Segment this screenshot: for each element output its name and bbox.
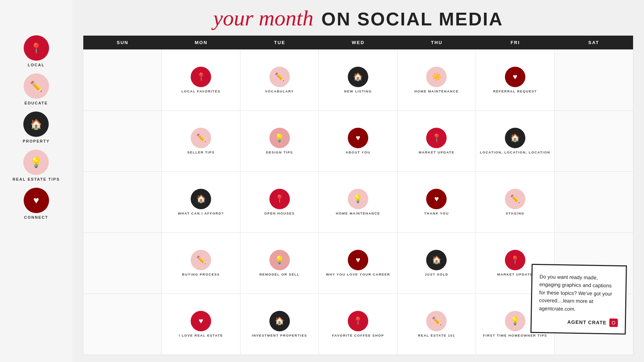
label-love-real-estate: I LOVE REAL ESTATE — [179, 333, 223, 338]
label-seller-tips: SELLER TIPS — [187, 150, 215, 155]
icon-first-time: 💡 — [505, 311, 525, 331]
cell-r1-thu: ☀️ HOME MAINTENANCE — [398, 50, 476, 110]
icon-just-sold: 🏠 — [426, 250, 447, 270]
icon-open-houses: 📍 — [269, 189, 290, 209]
label-just-sold: JUST SOLD — [425, 272, 448, 277]
sidebar-label-educate: EDUCATE — [24, 101, 48, 105]
main-content: your month ON SOCIAL MEDIA SUN MON TUE W… — [72, 0, 644, 362]
cell-r3-thu: ♥ THANK YOU — [398, 172, 476, 233]
educate-icon: ✏️ — [24, 73, 49, 99]
cell-r3-sat — [555, 172, 633, 233]
local-icon: 📍 — [24, 35, 49, 61]
icon-seller-tips: ✏️ — [191, 128, 211, 148]
icon-afford: 🏠 — [191, 189, 211, 209]
label-home-maintenance-2: HOME MAINTENANCE — [336, 211, 380, 216]
label-love-career: WHY YOU LOVE YOUR CAREER — [326, 272, 390, 277]
icon-design-tips: 💡 — [269, 128, 290, 148]
icon-home-maintenance-2: 💡 — [348, 189, 368, 209]
cell-r2-tue: 💡 DESIGN TIPS — [240, 111, 319, 171]
info-card: Do you want ready made, engaging graphic… — [530, 264, 627, 334]
header-straight: ON SOCIAL MEDIA — [321, 9, 503, 29]
icon-new-listing: 🏠 — [348, 67, 368, 87]
icon-vocabulary: ✏️ — [269, 67, 290, 87]
icon-about-you: ♥ — [348, 128, 368, 148]
label-home-maintenance-1: HOME MAINTENANCE — [415, 89, 459, 93]
label-investment: INVESTMENT PROPERTIES — [252, 333, 307, 338]
sidebar-item-local[interactable]: 📍 LOCAL — [24, 35, 49, 67]
icon-market-update-1: 📍 — [426, 128, 447, 148]
sidebar-item-connect[interactable]: ♥ CONNECT — [24, 188, 49, 219]
label-afford: WHAT CAN I AFFORD? — [178, 211, 224, 216]
icon-market-update-2: 📍 — [505, 250, 525, 270]
cell-r1-wed: 🏠 NEW LISTING — [319, 50, 397, 110]
cell-r3-sun — [83, 172, 162, 233]
label-coffee-shop: FAVORITE COFFEE SHOP — [332, 333, 384, 338]
label-open-houses: OPEN HOUSES — [264, 211, 294, 216]
calendar-row-3: 🏠 WHAT CAN I AFFORD? 📍 OPEN HOUSES 💡 HOM… — [83, 171, 633, 233]
label-location: LOCATION, LOCATION, LOCATION — [480, 150, 550, 155]
cell-r1-mon: 📍 LOCAL FAVORITES — [162, 50, 240, 110]
calendar-header: SUN MON TUE WED THU FRI SAT — [83, 36, 633, 49]
cell-r1-fri: ♥ REFERRAL REQUEST — [476, 50, 554, 110]
label-real-estate-101: REAL ESTATE 101 — [418, 333, 455, 338]
label-thank-you: THANK YOU — [424, 211, 449, 216]
cell-r4-tue: 💡 REMODEL OR SELL — [240, 233, 319, 294]
day-sat: SAT — [555, 36, 633, 49]
connect-icon: ♥ — [24, 188, 49, 213]
sidebar-label-connect: CONNECT — [24, 215, 48, 219]
day-fri: FRI — [476, 36, 554, 49]
label-referral-request: REFERRAL REQUEST — [493, 89, 537, 93]
icon-thank-you: ♥ — [426, 189, 447, 209]
sidebar-label-tips: REAL ESTATE TIPS — [12, 177, 60, 181]
label-market-update-1: MARKET UPDATE — [419, 150, 454, 155]
sidebar-label-property: PROPERTY — [23, 139, 50, 143]
icon-referral-request: ♥ — [505, 67, 525, 87]
tips-icon: 💡 — [23, 150, 49, 175]
label-design-tips: DESIGN TIPS — [266, 150, 293, 155]
label-remodel-sell: REMODEL OR SELL — [260, 272, 300, 277]
sidebar-item-educate[interactable]: ✏️ EDUCATE — [24, 73, 49, 105]
property-icon: 🏠 — [23, 111, 49, 137]
brand-cube-icon: ⬡ — [609, 319, 618, 327]
cell-r2-sun — [83, 111, 162, 171]
icon-remodel-sell: 💡 — [269, 250, 290, 270]
icon-location: 🏠 — [505, 128, 525, 148]
sidebar-item-tips[interactable]: 💡 REAL ESTATE TIPS — [12, 150, 60, 181]
cell-r2-thu: 📍 MARKET UPDATE — [398, 111, 476, 171]
cell-r3-mon: 🏠 WHAT CAN I AFFORD? — [162, 172, 240, 233]
icon-coffee-shop: 📍 — [348, 311, 368, 331]
cell-r4-wed: ♥ WHY YOU LOVE YOUR CAREER — [319, 233, 397, 294]
calendar-row-2: ✏️ SELLER TIPS 💡 DESIGN TIPS ♥ ABOUT YOU… — [83, 110, 633, 171]
info-card-text: Do you want ready made, engaging graphic… — [539, 273, 619, 314]
cell-r4-mon: ✏️ BUYING PROCESS — [162, 233, 240, 294]
label-local-favorites: LOCAL FAVORITES — [181, 89, 221, 93]
cell-r1-sun — [83, 50, 162, 110]
day-thu: THU — [398, 36, 476, 49]
label-about-you: ABOUT YOU — [346, 150, 370, 155]
cell-r2-sat — [555, 111, 633, 171]
calendar-row-1: 📍 LOCAL FAVORITES ✏️ VOCABULARY 🏠 NEW LI… — [83, 49, 633, 110]
cell-r1-sat — [555, 50, 633, 110]
cell-r3-fri: ✏️ STAGING — [476, 172, 554, 233]
sidebar-item-property[interactable]: 🏠 PROPERTY — [23, 111, 50, 143]
cell-r5-sun — [83, 294, 162, 355]
label-buying-process: BUYING PROCESS — [182, 272, 220, 277]
icon-love-career: ♥ — [348, 250, 368, 270]
header-cursive: your month — [213, 6, 314, 30]
icon-staging: ✏️ — [505, 189, 525, 209]
icon-real-estate-101: ✏️ — [426, 311, 447, 331]
label-first-time: FIRST TIME HOMEOWNER TIPS — [483, 333, 547, 338]
label-market-update-2: MARKET UPDATE — [497, 272, 533, 277]
sidebar-label-local: LOCAL — [28, 63, 45, 67]
icon-local-favorites: 📍 — [191, 67, 211, 87]
info-card-brand: AGENT CRATE ⬡ — [539, 317, 618, 327]
day-wed: WED — [319, 36, 397, 49]
cell-r4-thu: 🏠 JUST SOLD — [398, 233, 476, 294]
cell-r5-tue: 🏠 INVESTMENT PROPERTIES — [240, 294, 319, 355]
cell-r5-wed: 📍 FAVORITE COFFEE SHOP — [319, 294, 397, 355]
cell-r5-thu: ✏️ REAL ESTATE 101 — [398, 294, 476, 355]
cell-r5-mon: ♥ I LOVE REAL ESTATE — [162, 294, 240, 355]
page-header: your month ON SOCIAL MEDIA — [83, 7, 633, 29]
icon-home-maintenance-1: ☀️ — [426, 67, 447, 87]
cell-r3-wed: 💡 HOME MAINTENANCE — [319, 172, 397, 233]
